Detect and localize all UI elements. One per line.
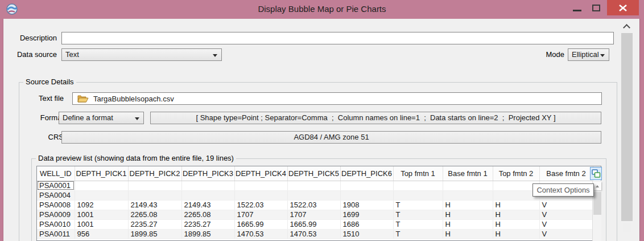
close-icon <box>619 5 627 11</box>
context-options-button[interactable] <box>590 167 602 180</box>
table-cell[interactable]: PSA0010 <box>37 219 75 229</box>
table-cell[interactable]: V <box>539 219 593 229</box>
table-cell[interactable] <box>128 190 181 200</box>
table-cell[interactable]: H <box>443 200 493 210</box>
table-cell[interactable]: 1470.53 <box>234 229 287 239</box>
table-cell[interactable]: 1470.53 <box>287 229 340 239</box>
dialog-vertical-scrollbar[interactable] <box>621 21 633 241</box>
table-cell[interactable]: 1001 <box>75 219 128 229</box>
column-header[interactable]: DEPTH_PICK3 <box>181 166 234 181</box>
table-cell[interactable]: T <box>393 210 443 219</box>
maximize-button[interactable] <box>587 0 606 15</box>
table-cell[interactable]: 1899.85 <box>181 229 234 239</box>
table-cell[interactable]: V <box>539 210 593 219</box>
column-header[interactable]: DEPTH_PICK5 <box>287 166 340 181</box>
table-cell[interactable] <box>181 181 234 190</box>
table-cell[interactable]: 2235.27 <box>181 219 234 229</box>
table-cell[interactable]: 2149.43 <box>181 200 234 210</box>
table-cell[interactable]: H <box>443 210 493 219</box>
minimize-button[interactable] <box>567 0 587 15</box>
table-cell[interactable]: PSA0001 <box>37 181 75 190</box>
table-cell[interactable]: H <box>443 229 493 239</box>
data-preview-title: Data preview list (showing data from the… <box>36 154 236 163</box>
table-cell[interactable]: 2265.08 <box>128 210 181 219</box>
preview-table: WELL_IDDEPTH_PICK1DEPTH_PICK2DEPTH_PICK3… <box>37 166 593 239</box>
column-header[interactable]: DEPTH_PICK6 <box>340 166 393 181</box>
table-cell[interactable] <box>443 190 493 200</box>
table-cell[interactable]: PSA0009 <box>37 210 75 219</box>
chevron-down-icon <box>213 54 217 57</box>
table-cell[interactable]: 2265.08 <box>181 210 234 219</box>
table-cell[interactable]: PSA0004 <box>37 190 75 200</box>
table-cell[interactable]: V <box>539 200 593 210</box>
table-cell[interactable]: T <box>393 200 443 210</box>
table-cell[interactable] <box>287 190 340 200</box>
format-value: Define a format <box>63 113 113 122</box>
table-cell[interactable]: T <box>393 219 443 229</box>
table-cell[interactable]: 1908 <box>340 200 393 210</box>
table-cell[interactable]: 1522.03 <box>287 200 340 210</box>
table-cell[interactable]: 2149.43 <box>128 200 181 210</box>
dialog-scrollbar-thumb[interactable] <box>621 33 633 221</box>
column-header[interactable]: DEPTH_PICK2 <box>128 166 181 181</box>
table-cell[interactable]: 2235.27 <box>128 219 181 229</box>
format-info-panel[interactable]: [ Shape type=Point ; Separator=Comma ; C… <box>150 112 601 124</box>
data-source-select[interactable]: Text <box>61 48 222 61</box>
table-cell[interactable] <box>340 181 393 190</box>
table-cell[interactable] <box>287 181 340 190</box>
table-cell[interactable]: 1001 <box>75 210 128 219</box>
context-options-tooltip: Context Options <box>532 183 594 197</box>
table-cell[interactable] <box>234 190 287 200</box>
table-cell[interactable]: 1665.99 <box>234 219 287 229</box>
table-cell[interactable]: 1699 <box>340 210 393 219</box>
data-preview-table-container: WELL_IDDEPTH_PICK1DEPTH_PICK2DEPTH_PICK3… <box>36 166 601 241</box>
column-header[interactable]: Base fmtn 2 <box>539 166 593 181</box>
close-button[interactable] <box>607 0 639 15</box>
format-label: Format <box>23 112 64 124</box>
table-cell[interactable]: 956 <box>75 229 128 239</box>
table-cell[interactable]: H <box>443 219 493 229</box>
table-cell[interactable] <box>443 181 493 190</box>
preview-table-body: PSA0001PSA0004PSA000810922149.432149.431… <box>37 181 593 239</box>
table-cell[interactable] <box>75 181 128 190</box>
table-cell[interactable]: 1899.85 <box>128 229 181 239</box>
table-cell[interactable] <box>393 181 443 190</box>
table-cell[interactable] <box>128 181 181 190</box>
crs-panel[interactable]: AGD84 / AMG zone 51 <box>61 131 601 144</box>
table-cell[interactable]: 1665.99 <box>287 219 340 229</box>
column-header[interactable]: DEPTH_PICK4 <box>234 166 287 181</box>
format-select[interactable]: Define a format <box>59 112 144 124</box>
text-file-field[interactable]: TargaBubbleIsopach.csv <box>72 92 602 105</box>
table-cell[interactable]: H <box>493 229 539 239</box>
column-header[interactable]: DEPTH_PICK1 <box>75 166 128 181</box>
column-header[interactable]: Top fmtn 1 <box>393 166 443 181</box>
table-cell[interactable]: T <box>393 229 443 239</box>
table-scrollbar-thumb[interactable] <box>593 192 601 215</box>
table-cell[interactable]: 1707 <box>234 210 287 219</box>
scrollbar-lower-button[interactable] <box>623 223 631 232</box>
scroll-up-button[interactable] <box>593 182 601 190</box>
column-header[interactable]: Base fmtn 1 <box>443 166 493 181</box>
table-cell[interactable]: PSA0008 <box>37 200 75 210</box>
table-cell[interactable]: H <box>493 210 539 219</box>
table-cell[interactable]: H <box>493 200 539 210</box>
table-cell[interactable] <box>234 181 287 190</box>
scroll-up-icon[interactable] <box>623 24 630 31</box>
table-cell[interactable]: PSA0011 <box>37 229 75 239</box>
table-cell[interactable]: V <box>539 229 593 239</box>
folder-open-icon[interactable] <box>77 95 89 103</box>
column-header[interactable]: WELL_ID <box>37 166 75 181</box>
table-cell[interactable] <box>75 190 128 200</box>
description-input[interactable] <box>61 32 614 44</box>
table-cell[interactable] <box>181 190 234 200</box>
table-cell[interactable] <box>340 190 393 200</box>
table-cell[interactable]: 1522.03 <box>234 200 287 210</box>
table-cell[interactable]: 1510 <box>340 229 393 239</box>
table-cell[interactable] <box>393 190 443 200</box>
table-cell[interactable]: 1707 <box>287 210 340 219</box>
table-cell[interactable]: 1092 <box>75 200 128 210</box>
table-cell[interactable]: H <box>493 219 539 229</box>
column-header[interactable]: Top fmtn 2 <box>493 166 539 181</box>
table-cell[interactable]: 1686 <box>340 219 393 229</box>
mode-select[interactable]: Elliptical <box>568 48 609 61</box>
